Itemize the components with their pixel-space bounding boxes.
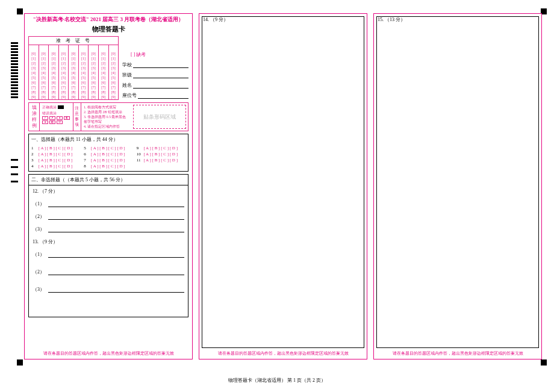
ticket-table: 准 考 证 号 [0][0][0][0][0][0][0][0][0][1][1…	[28, 36, 119, 100]
edge-markers	[11, 0, 18, 392]
bottom-note-2: 请在各题目的答题区域内作答，超出黑色矩形边框限定区域的答案无效	[203, 350, 363, 356]
meta-seat[interactable]: 座位号	[122, 92, 188, 99]
bottom-note-1: 请在各题目的答题区域内作答，超出黑色矩形边框限定区域的答案无效	[28, 350, 188, 356]
exam-title: "决胜新高考·名校交流" 2021 届高三 3 月联考卷（湖北省适用）	[25, 14, 192, 23]
column-3: 15. （13 分） 请在各题目的答题区域内作答，超出黑色矩形边框限定区域的答案…	[373, 13, 542, 359]
q12-box[interactable]: 12. （7 分） （1） （2） （3） 13. （9 分） （1） （2） …	[28, 185, 188, 317]
section-nonchoice-title: 二、非选择题（（本题共 5 小题，共 56 分）	[28, 174, 188, 185]
card-title: 物理答题卡	[25, 23, 192, 34]
instruction-row: 填涂样例 正确填涂 错误填涂 ✓ ✗ ● ◐ ● ◐ ⊘ 注意事项	[28, 102, 188, 131]
fill-example-title: 填涂样例	[29, 103, 40, 131]
page-footer: 物理答题卡（湖北省适用） 第 1 页（共 2 页）	[0, 377, 554, 384]
notes-body: 1. 根据阅卷方式填写 2. 选择题用 2B 铅笔填涂 3. 非选择题用 0.5…	[81, 103, 131, 131]
q12-header: 12. （7 分）	[33, 188, 184, 194]
notes-title: 注意事项	[73, 103, 81, 131]
meta-name[interactable]: 姓名	[122, 82, 188, 89]
absent-mark[interactable]: [ ] 缺考	[122, 51, 188, 58]
q14-box[interactable]	[202, 16, 364, 348]
section-nonchoice: 二、非选择题（（本题共 5 小题，共 56 分）	[28, 174, 188, 185]
header-row: 准 考 证 号 [0][0][0][0][0][0][0][0][0][1][1…	[25, 34, 192, 100]
meta-block: [ ] 缺考 学校 班级 姓名 座位号	[122, 36, 188, 100]
column-1: "决胜新高考·名校交流" 2021 届高三 3 月联考卷（湖北省适用） 物理答题…	[24, 13, 193, 359]
q15-box[interactable]	[376, 16, 539, 348]
barcode-area: 贴条形码区域	[133, 105, 186, 129]
bottom-note-3: 请在各题目的答题区域内作答，超出黑色矩形边框限定区域的答案无效	[378, 350, 538, 356]
page: "决胜新高考·名校交流" 2021 届高三 3 月联考卷（湖北省适用） 物理答题…	[0, 0, 554, 392]
reg-mark	[541, 359, 547, 366]
q13-header: 13. （9 分）	[33, 238, 184, 245]
section-choice-title: 一、选择题（本题共 11 小题，共 44 分）	[29, 134, 188, 145]
section-choice: 一、选择题（本题共 11 小题，共 44 分） 1 [ A ] [ B ] [ …	[28, 134, 188, 172]
ticket-header: 准 考 证 号	[29, 37, 118, 45]
meta-class[interactable]: 班级	[122, 72, 188, 78]
meta-school[interactable]: 学校	[122, 61, 188, 68]
column-2: 14. （9 分） 请在各题目的答题区域内作答，超出黑色矩形边框限定区域的答案无…	[199, 13, 367, 359]
fill-example: 正确填涂 错误填涂 ✓ ✗ ● ◐ ● ◐ ⊘	[40, 103, 73, 131]
choice-grid[interactable]: 1 [ A ] [ B ] [ C ] [ D ]5 [ A ] [ B ] […	[29, 145, 188, 171]
